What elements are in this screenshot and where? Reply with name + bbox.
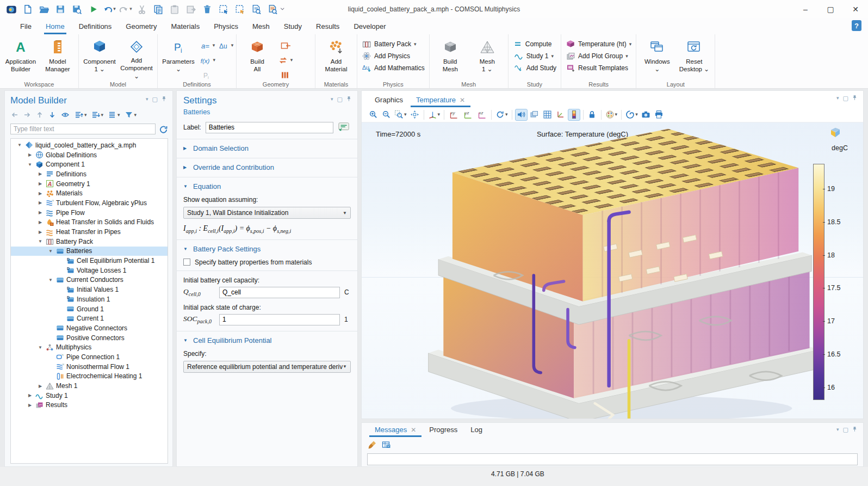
open-folder-icon[interactable] [37, 2, 51, 16]
float-window-icon[interactable]: ▢ [843, 426, 848, 433]
lighting-icon[interactable]: ▾ [624, 109, 639, 121]
messages-output[interactable] [367, 453, 858, 465]
color-legend-icon[interactable] [568, 109, 580, 121]
undo-icon[interactable]: ▾ [102, 2, 116, 16]
save-icon[interactable] [53, 2, 67, 16]
compute-button[interactable]: Compute [511, 39, 559, 49]
filter-input[interactable] [10, 124, 156, 134]
lock-icon[interactable] [586, 109, 598, 121]
pin-icon[interactable] [852, 94, 859, 102]
zoom-extents-icon[interactable] [409, 109, 421, 121]
expander-icon[interactable]: ▶ [36, 384, 45, 389]
collapse-down-icon[interactable]: ▾ [91, 110, 104, 119]
view-yz-icon[interactable]: yz [461, 109, 474, 121]
expander-icon[interactable]: ▶ [36, 191, 45, 196]
menu-study[interactable]: Study [277, 18, 309, 34]
delta-u-button[interactable]: Δu▾ [215, 41, 234, 50]
pin-icon[interactable] [162, 95, 168, 103]
arrow-right-icon[interactable] [23, 110, 32, 119]
camera-icon[interactable] [640, 109, 652, 121]
view-xz-icon[interactable]: xz [475, 109, 488, 121]
close-tab-icon[interactable]: ✕ [411, 426, 416, 434]
view-xy-icon[interactable]: xy [447, 109, 460, 121]
run-icon[interactable] [86, 2, 100, 16]
help-icon[interactable]: ? [852, 20, 861, 31]
panel-menu-icon[interactable]: ▾ [331, 96, 333, 102]
geo-rebuild-button[interactable]: ▾ [276, 56, 294, 65]
panel-menu-icon[interactable]: ▾ [836, 427, 839, 432]
tree-item-geometry-1[interactable]: ▶AGeometry 1 [11, 179, 168, 189]
label-input[interactable] [206, 122, 333, 133]
tree-item-nonisothermal-flow-1[interactable]: Nonisothermal Flow 1 [11, 362, 168, 372]
battery-pack-button[interactable]: Battery Pack▾ [359, 39, 427, 49]
geo-partition-button[interactable] [276, 71, 294, 79]
add-study-button[interactable]: Add Study [511, 63, 559, 73]
pin-icon[interactable] [852, 426, 859, 433]
expander-icon[interactable]: ▶ [36, 181, 45, 186]
tree-item-battery-pack[interactable]: ▼Battery Pack [11, 237, 168, 247]
add-component-button[interactable]: AddComponent ⌄ [118, 36, 155, 79]
collapse-up-icon[interactable]: ▾ [74, 110, 87, 119]
menu-developer[interactable]: Developer [346, 18, 393, 34]
copy-icon[interactable] [151, 2, 165, 16]
tree-item-turbulent-flow-algebraic-yplus[interactable]: ▶Turbulent Flow, Algebraic yPlus [11, 198, 168, 208]
view-cube-icon[interactable] [828, 126, 842, 140]
add-material-button[interactable]: AddMaterial [318, 36, 355, 79]
section-equation[interactable]: ▼Equation [183, 182, 351, 190]
geo-import-button[interactable] [276, 41, 294, 50]
equation-assuming-dropdown[interactable]: Study 1, Wall Distance Initialization▼ [183, 207, 351, 219]
section-domain-selection[interactable]: ▶Domain Selection [183, 144, 351, 152]
maximize-button[interactable]: ▢ [818, 0, 843, 18]
clear-broom-icon[interactable] [368, 440, 377, 450]
zoom-box-icon[interactable]: ▾ [393, 109, 408, 121]
application-builder-button[interactable]: AApplicationBuilder [2, 36, 39, 79]
save-search-icon[interactable] [70, 2, 84, 16]
tree-item-initial-values-1[interactable]: DInitial Values 1 [11, 285, 168, 294]
menu-physics[interactable]: Physics [207, 18, 245, 34]
graphics-tab-temperature[interactable]: Temperature✕ [411, 93, 470, 107]
graphics-canvas[interactable]: Time=72000 s Surface: Temperature (degC) [362, 122, 863, 419]
select-frame-icon[interactable] [216, 2, 231, 16]
delete-icon[interactable] [200, 2, 214, 16]
result-templates-button[interactable]: Result Templates [563, 63, 634, 73]
messages-tab-messages[interactable]: Messages✕ [369, 423, 421, 437]
section-cell-equilibrium-potential[interactable]: ▼Cell Equilibrium Potential [183, 336, 351, 344]
graphics-tab-graphics[interactable]: Graphics [369, 93, 408, 107]
panel-menu-icon[interactable]: ▾ [836, 95, 839, 101]
3d-model-view[interactable] [368, 125, 820, 419]
menu-home[interactable]: Home [39, 18, 72, 34]
menu-geometry[interactable]: Geometry [119, 18, 164, 34]
tree-item-global-definitions[interactable]: ▶Global Definitions [11, 150, 168, 160]
expander-icon[interactable]: ▶ [36, 200, 45, 205]
messages-tab-log[interactable]: Log [465, 423, 488, 437]
rename-node-icon[interactable] [338, 121, 351, 133]
specify-materials-checkbox[interactable] [183, 259, 190, 266]
rotate-icon[interactable]: ▾ [494, 109, 509, 121]
menu-materials[interactable]: Materials [164, 18, 207, 34]
section-override-contribution[interactable]: ▶Override and Contribution [183, 163, 351, 171]
expander-icon[interactable]: ▼ [15, 143, 24, 147]
study-1-button[interactable]: Study 1▾ [511, 51, 559, 61]
tree-item-results[interactable]: ▶Results [11, 401, 168, 410]
tree-item-liquid-cooled-battery-pack-a-mph[interactable]: ▼liquid_cooled_battery_pack_a.mph [11, 140, 168, 150]
expander-icon[interactable]: ▶ [36, 171, 45, 176]
arrow-up-icon[interactable] [35, 110, 44, 119]
pin-icon[interactable] [346, 95, 353, 103]
tree-item-voltage-losses-1[interactable]: DVoltage Losses 1 [11, 266, 168, 275]
tree-item-positive-connectors[interactable]: Positive Connectors [11, 333, 168, 343]
menu-results[interactable]: Results [309, 18, 346, 34]
tree-item-heat-transfer-in-solids-and-fluids[interactable]: ▶Heat Transfer in Solids and Fluids [11, 218, 168, 227]
tree-item-batteries[interactable]: ▼Batteries [11, 247, 168, 256]
expander-icon[interactable]: ▶ [26, 393, 34, 398]
reset-desktop-button[interactable]: ResetDesktop ⌄ [675, 36, 712, 79]
add-plot-group-button[interactable]: Add Plot Group▾ [563, 51, 634, 61]
duplicate-icon[interactable] [184, 2, 198, 16]
tree-item-pipe-connection-1[interactable]: Pipe Connection 1 [11, 352, 168, 362]
zoom-in-icon[interactable] [367, 109, 379, 121]
tree-list-icon[interactable]: ▾ [107, 110, 120, 119]
grid-icon[interactable] [542, 109, 554, 121]
expander-icon[interactable]: ▼ [46, 249, 55, 254]
tree-item-negative-connectors[interactable]: Negative Connectors [11, 323, 168, 333]
expander-icon[interactable]: ▼ [36, 239, 45, 244]
tree-item-definitions[interactable]: ▶Definitions [11, 169, 168, 179]
